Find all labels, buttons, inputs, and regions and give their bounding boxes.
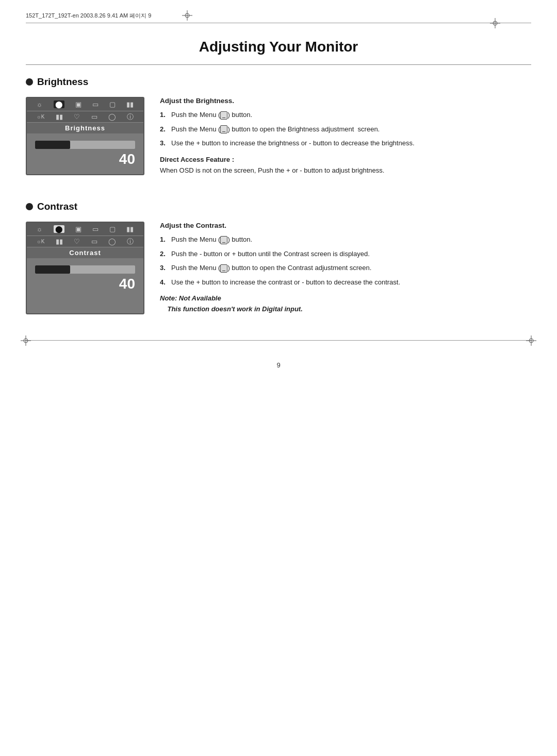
contrast-steps-list: 1. Push the Menu (⎯) button. 2. Push the… (160, 234, 531, 287)
menu-btn-icon-c3: ⎯ (220, 264, 227, 273)
contrast-step-3: 3. Push the Menu (⎯) button to open the … (160, 263, 531, 273)
header-meta-row: 152T_172T_192T-en 2003.8.26 9.41 AM 페이지 … (26, 10, 531, 21)
brightness-instr-title: Adjust the Brightness. (160, 97, 531, 105)
brightness-section-content: ☼ ⬤ ▣ ▭ ▢ ▮▮ ☼K ▮▮ ♡ ▭ ◯ ⓘ Brightness (26, 97, 531, 175)
bottom-right-crosshair (526, 335, 536, 347)
header-crosshair-icon (182, 10, 192, 21)
brightness-heading: Brightness (26, 76, 531, 88)
contrast-step-1: 1. Push the Menu (⎯) button. (160, 234, 531, 245)
contrast-step-4: 4. Use the + button to increase the cont… (160, 277, 531, 288)
c-osd-icon6: ▮▮ (126, 226, 134, 232)
c-osd-icon8: ▮▮ (56, 238, 63, 245)
c-osd-icon11: ◯ (108, 238, 116, 245)
osd-brightness-icon: ☼ (37, 101, 43, 108)
contrast-osd-icons-row1: ☼ ⬤ ▣ ▭ ▢ ▮▮ (27, 223, 143, 236)
osd-icon6: ▮▮ (126, 101, 134, 108)
brightness-osd-value: 40 (35, 151, 135, 167)
contrast-bar-fill (35, 265, 70, 274)
contrast-bar-track (35, 265, 135, 274)
contrast-note-text: This function doesn't work in Digital in… (160, 304, 531, 314)
contrast-osd-icons-row2: ☼K ▮▮ ♡ ▭ ◯ ⓘ (27, 236, 143, 247)
c-osd-icon10: ▭ (91, 238, 97, 245)
page-number: 9 (26, 361, 531, 384)
osd-icon9: ♡ (74, 113, 80, 120)
c-osd-icon7: ☼K (37, 239, 45, 244)
brightness-bar-track (35, 141, 135, 149)
contrast-note-title: Note: Not Available (160, 294, 531, 302)
osd-icon12: ⓘ (127, 113, 134, 120)
menu-btn-icon-b1: ⎯ (220, 111, 227, 120)
page-title: Adjusting Your Monitor (26, 39, 531, 55)
brightness-osd-label: Brightness (27, 123, 143, 133)
c-osd-icon5: ▢ (109, 226, 116, 232)
contrast-osd-bar-area: 40 (27, 258, 143, 296)
contrast-heading: Contrast (26, 201, 531, 212)
osd-icon11: ◯ (108, 113, 116, 120)
menu-btn-icon-b2: ⎯ (220, 125, 227, 133)
osd-icon10: ▭ (91, 113, 97, 120)
c-osd-contrast-icon: ⬤ (54, 225, 64, 233)
brightness-steps-list: 1. Push the Menu (⎯) button. 2. Push the… (160, 110, 531, 148)
brightness-direct-access-text: When OSD is not on the screen, Push the … (160, 165, 531, 176)
brightness-bar-fill (35, 141, 70, 149)
brightness-osd-screen: ☼ ⬤ ▣ ▭ ▢ ▮▮ ☼K ▮▮ ♡ ▭ ◯ ⓘ Brightness (26, 97, 144, 175)
osd-icons-row1: ☼ ⬤ ▣ ▭ ▢ ▮▮ (27, 98, 143, 111)
bottom-border (26, 340, 531, 341)
contrast-osd-label: Contrast (27, 247, 143, 258)
brightness-step-1: 1. Push the Menu (⎯) button. (160, 110, 531, 120)
osd-icons-row2: ☼K ▮▮ ♡ ▭ ◯ ⓘ (27, 111, 143, 123)
brightness-step-3: 3. Use the + button to increase the brig… (160, 138, 531, 148)
brightness-step-2: 2. Push the Menu (⎯) button to open the … (160, 124, 531, 135)
contrast-bullet (26, 203, 33, 210)
menu-btn-icon-c1: ⎯ (220, 236, 227, 244)
header-meta-text: 152T_172T_192T-en 2003.8.26 9.41 AM 페이지 … (26, 12, 151, 20)
c-osd-icon12: ⓘ (127, 238, 134, 245)
title-divider (26, 64, 531, 65)
osd-icon8: ▮▮ (56, 113, 63, 120)
brightness-instructions: Adjust the Brightness. 1. Push the Menu … (160, 97, 531, 175)
osd-icon7: ☼K (37, 114, 45, 120)
contrast-section-content: ☼ ⬤ ▣ ▭ ▢ ▮▮ ☼K ▮▮ ♡ ▭ ◯ ⓘ Contrast (26, 222, 531, 314)
contrast-osd-value: 40 (35, 276, 135, 292)
c-osd-icon3: ▣ (75, 226, 81, 232)
bottom-left-crosshair (21, 335, 31, 347)
osd-icon4: ▭ (92, 101, 99, 108)
contrast-instructions: Adjust the Contrast. 1. Push the Menu (⎯… (160, 222, 531, 314)
osd-icon3: ▣ (75, 101, 81, 108)
contrast-osd-screen: ☼ ⬤ ▣ ▭ ▢ ▮▮ ☼K ▮▮ ♡ ▭ ◯ ⓘ Contrast (26, 222, 144, 314)
top-right-crosshair (490, 18, 500, 30)
osd-icon5: ▢ (109, 101, 116, 108)
brightness-direct-access-title: Direct Access Feature : (160, 156, 531, 163)
top-border (26, 23, 531, 23)
contrast-step-2: 2. Push the - button or + button until t… (160, 249, 531, 259)
osd-contrast-icon: ⬤ (54, 100, 64, 108)
c-osd-brightness-icon: ☼ (37, 226, 43, 232)
brightness-osd-bar-area: 40 (27, 133, 143, 172)
c-osd-icon9: ♡ (74, 238, 80, 245)
brightness-bullet (26, 78, 33, 86)
c-osd-icon4: ▭ (92, 226, 99, 232)
contrast-instr-title: Adjust the Contrast. (160, 222, 531, 229)
